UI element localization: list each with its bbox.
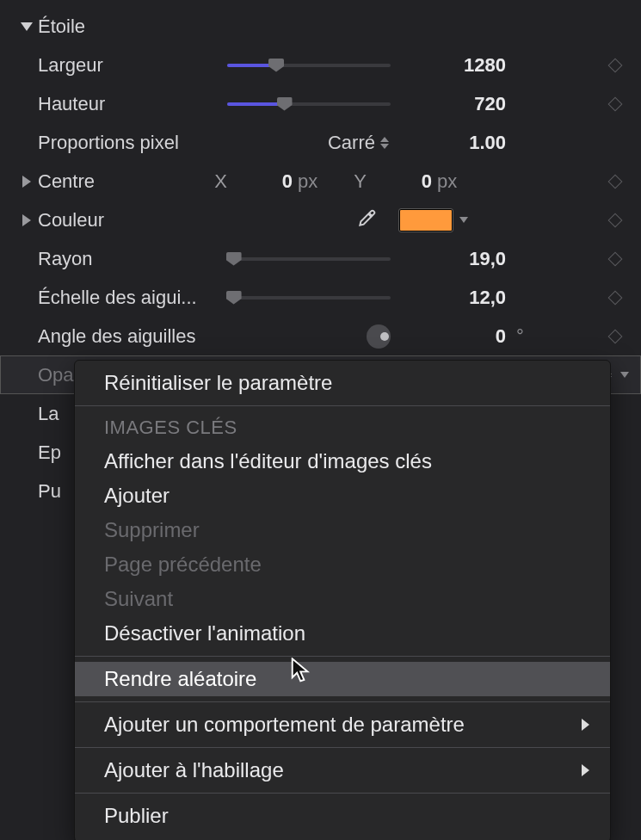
- param-label: Couleur: [38, 209, 201, 232]
- animation-context-menu: Réinitialiser le paramètre IMAGES CLÉS A…: [74, 360, 611, 840]
- param-label: Largeur: [38, 54, 201, 77]
- x-unit: px: [293, 170, 327, 193]
- eyedropper-icon[interactable]: [356, 207, 379, 234]
- keyframe-icon[interactable]: [608, 213, 623, 227]
- group-header-etoile[interactable]: Étoile: [0, 7, 641, 46]
- param-row-angle: Angle des aiguilles 0 °: [0, 317, 641, 355]
- submenu-arrow-icon: [582, 719, 589, 731]
- param-label: Angle des aiguilles: [38, 325, 201, 348]
- proportions-value[interactable]: 1.00: [391, 132, 511, 154]
- param-row-echelle: Échelle des aigui... 12,0: [0, 278, 641, 317]
- rayon-slider[interactable]: [227, 257, 391, 261]
- param-row-rayon: Rayon 19,0: [0, 239, 641, 278]
- menu-item-delete-keyframe: Supprimer: [75, 513, 610, 547]
- menu-item-show-keyframe-editor[interactable]: Afficher dans l'éditeur d'images clés: [75, 444, 610, 479]
- keyframe-icon[interactable]: [608, 290, 623, 305]
- menu-separator: [75, 793, 610, 794]
- disclosure-down-icon[interactable]: [15, 22, 38, 31]
- param-row-proportions: Proportions pixel Carré 1.00: [0, 123, 641, 162]
- menu-item-add-parameter-behavior[interactable]: Ajouter un comportement de paramètre: [75, 707, 610, 742]
- menu-item-label: Ajouter un comportement de paramètre: [104, 713, 465, 737]
- keyframe-icon[interactable]: [608, 58, 623, 72]
- menu-item-label: Ajouter à l'habillage: [104, 758, 284, 782]
- menu-item-publish[interactable]: Publier: [75, 799, 610, 833]
- param-label: Échelle des aigui...: [38, 287, 201, 309]
- menu-separator: [75, 405, 610, 406]
- y-label: Y: [327, 170, 367, 193]
- menu-item-disable-animation[interactable]: Désactiver l'animation: [75, 616, 610, 651]
- centre-x-value[interactable]: 0: [227, 170, 293, 193]
- chevron-down-icon[interactable]: [459, 217, 468, 223]
- keyframe-icon[interactable]: [608, 96, 623, 111]
- color-swatch[interactable]: [399, 209, 453, 232]
- param-row-hauteur: Hauteur 720: [0, 84, 641, 123]
- echelle-value[interactable]: 12,0: [391, 287, 511, 309]
- echelle-slider[interactable]: [227, 296, 391, 300]
- angle-dial[interactable]: [367, 324, 391, 349]
- keyframe-icon[interactable]: [608, 329, 623, 343]
- param-row-centre: Centre X 0 px Y 0 px: [0, 162, 641, 201]
- updown-icon[interactable]: [379, 137, 391, 149]
- largeur-value[interactable]: 1280: [391, 54, 511, 77]
- menu-separator: [75, 656, 610, 657]
- param-label: Hauteur: [38, 93, 201, 115]
- angle-unit: °: [511, 325, 554, 348]
- menu-item-randomize[interactable]: Rendre aléatoire: [75, 662, 610, 696]
- param-label: Centre: [38, 170, 201, 193]
- angle-value[interactable]: 0: [391, 325, 511, 348]
- group-title: Étoile: [38, 15, 201, 38]
- chevron-down-icon[interactable]: [620, 372, 629, 378]
- largeur-slider[interactable]: [227, 64, 391, 67]
- proportions-option[interactable]: Carré: [328, 132, 375, 154]
- menu-separator: [75, 701, 610, 702]
- menu-section-keyframes: IMAGES CLÉS: [75, 411, 610, 444]
- param-label: Proportions pixel: [38, 132, 201, 154]
- param-row-couleur: Couleur: [0, 201, 641, 239]
- param-label: Rayon: [38, 248, 201, 270]
- menu-item-next-keyframe: Suivant: [75, 582, 610, 616]
- submenu-arrow-icon: [582, 764, 589, 776]
- menu-separator: [75, 747, 610, 748]
- hauteur-slider[interactable]: [227, 102, 391, 106]
- menu-item-add-keyframe[interactable]: Ajouter: [75, 479, 610, 513]
- disclosure-right-icon[interactable]: [15, 176, 38, 188]
- hauteur-value[interactable]: 720: [391, 93, 511, 115]
- y-unit: px: [432, 170, 466, 193]
- menu-item-add-to-rig[interactable]: Ajouter à l'habillage: [75, 753, 610, 788]
- centre-y-value[interactable]: 0: [367, 170, 432, 193]
- param-row-largeur: Largeur 1280: [0, 46, 641, 84]
- rayon-value[interactable]: 19,0: [391, 248, 511, 270]
- menu-item-prev-keyframe: Page précédente: [75, 547, 610, 582]
- disclosure-right-icon[interactable]: [15, 214, 38, 226]
- keyframe-icon[interactable]: [608, 174, 623, 188]
- keyframe-icon[interactable]: [608, 251, 623, 266]
- x-label: X: [201, 170, 227, 193]
- menu-item-reset[interactable]: Réinitialiser le paramètre: [75, 366, 610, 400]
